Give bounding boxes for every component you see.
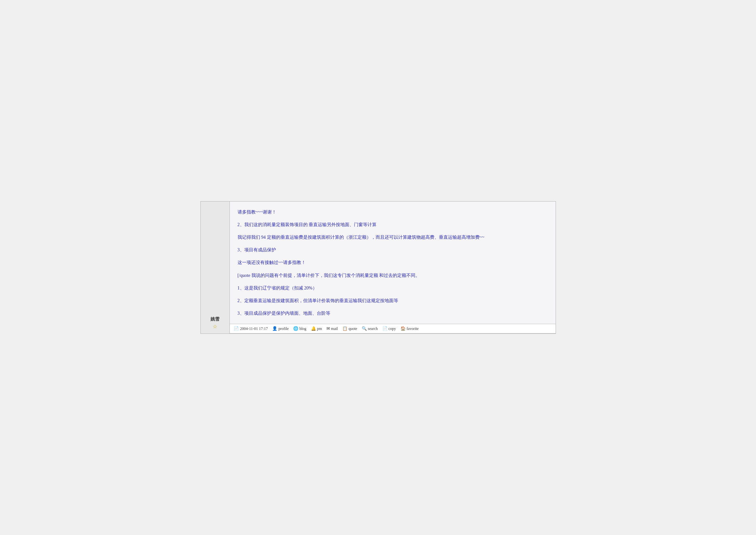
timestamp-icon: 📄: [234, 326, 239, 331]
post-footer: 📄 2004-11-01 17:17 👤 profile 🌐 blog 🔔 pm…: [230, 324, 555, 333]
line-4: 3、项目有成品保护: [237, 246, 548, 254]
quote-icon: 📋: [342, 326, 347, 331]
search-icon: 🔍: [362, 326, 367, 331]
action-quote[interactable]: 📋 quote: [342, 326, 357, 331]
search-label: search: [368, 326, 378, 331]
action-search[interactable]: 🔍 search: [362, 326, 378, 331]
footer-divider: [230, 333, 555, 333]
action-favorite[interactable]: 🏠 favorite: [400, 326, 418, 331]
line-6: [/quote 我说的问题有个前提，清单计价下，我们这专门发个消耗量定额 和过去…: [237, 271, 548, 279]
blog-icon: 🌐: [293, 326, 298, 331]
author-name: 姚雪: [210, 316, 220, 322]
quote-label: quote: [348, 326, 357, 331]
favorite-icon: 🏠: [400, 326, 406, 331]
author-star: ☆: [213, 324, 217, 330]
post-body: 请多指教~~~谢谢！ 2、我们这的消耗量定额装饰项目的 垂直运输另外按地面、门窗…: [230, 202, 555, 324]
mail-icon: ✉: [326, 326, 330, 331]
favorite-label: favorite: [407, 326, 418, 331]
action-pm[interactable]: 🔔 pm: [311, 326, 322, 331]
copy-icon: 📄: [382, 326, 388, 331]
content-column: 请多指教~~~谢谢！ 2、我们这的消耗量定额装饰项目的 垂直运输另外按地面、门窗…: [230, 202, 555, 334]
profile-label: profile: [278, 326, 289, 331]
line-9: 3、项目成品保护是保护内墙面、地面、台阶等: [237, 309, 548, 317]
action-mail[interactable]: ✉ mail: [326, 326, 338, 331]
line-8: 2、定额垂直运输是按建筑面积，但清单计价装饰的垂直运输我们这规定按地面等: [237, 296, 548, 305]
line-5: 这一项还没有接触过~~请多指教！: [237, 259, 548, 267]
mail-label: mail: [331, 326, 338, 331]
pm-icon: 🔔: [311, 326, 316, 331]
page-container: 姚雪 ☆ 请多指教~~~谢谢！ 2、我们这的消耗量定额装饰项目的 垂直运输另外按…: [201, 201, 556, 334]
action-profile[interactable]: 👤 profile: [272, 326, 289, 331]
pm-label: pm: [317, 326, 322, 331]
post-text: 请多指教~~~谢谢！ 2、我们这的消耗量定额装饰项目的 垂直运输另外按地面、门窗…: [237, 208, 548, 318]
action-blog[interactable]: 🌐 blog: [293, 326, 306, 331]
post-timestamp: 📄 2004-11-01 17:17: [234, 326, 268, 331]
timestamp-value: 2004-11-01 17:17: [240, 326, 268, 331]
blog-label: blog: [299, 326, 306, 331]
action-copy[interactable]: 📄 copy: [382, 326, 396, 331]
profile-icon: 👤: [272, 326, 277, 331]
author-column: 姚雪 ☆: [201, 202, 230, 334]
line-7: 1、这是我们辽宁省的规定（扣减 20%）: [237, 284, 548, 292]
line-1: 请多指教~~~谢谢！: [237, 208, 548, 216]
line-2: 2、我们这的消耗量定额装饰项目的 垂直运输另外按地面、门窗等计算: [237, 221, 548, 229]
copy-label: copy: [389, 326, 396, 331]
post-block: 姚雪 ☆ 请多指教~~~谢谢！ 2、我们这的消耗量定额装饰项目的 垂直运输另外按…: [201, 201, 556, 334]
line-3: 我记得我们 94 定额的垂直运输费是按建筑面积计算的（浙江定额），而且还可以计算…: [237, 233, 548, 241]
